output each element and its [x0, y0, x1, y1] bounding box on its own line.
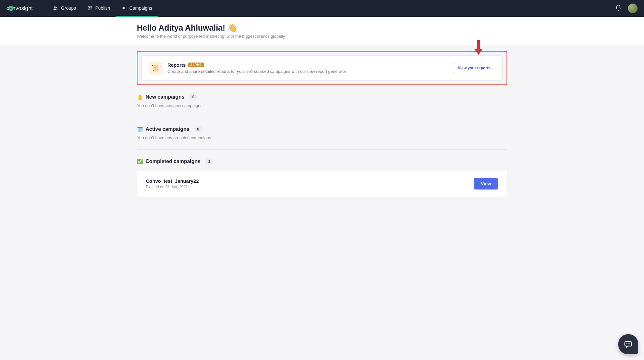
svg-rect-3	[477, 40, 480, 49]
svg-point-1	[56, 7, 57, 8]
reports-description: Create and share detailed reports for yo…	[167, 69, 346, 74]
logo-suffix: nvosight	[13, 5, 33, 12]
greeting-text: Hello Aditya Ahluwalia!	[137, 23, 225, 33]
campaign-info: Convo_test_January22 Expired on 31 Jan, …	[146, 178, 199, 189]
page-greeting: Hello Aditya Ahluwalia! 👋	[137, 23, 507, 33]
campaign-card: Convo_test_January22 Expired on 31 Jan, …	[137, 171, 507, 197]
new-campaigns-empty: You don't have any new campaigns	[137, 103, 507, 108]
nav-campaigns-label: Campaigns	[129, 5, 152, 11]
reports-card: 📜 Reports ALPHA Create and share detaile…	[141, 55, 503, 81]
avatar[interactable]	[628, 4, 638, 13]
active-campaigns-section: 🗓️ Active campaigns 0 You don't have any…	[137, 126, 507, 140]
main-content: 📜 Reports ALPHA Create and share detaile…	[0, 51, 644, 219]
nav-publish[interactable]: Publish	[81, 0, 116, 17]
wave-icon: 👋	[227, 23, 237, 33]
reports-text: Reports ALPHA Create and share detailed …	[167, 62, 346, 74]
nav-links: Groups Publish Campaigns	[47, 0, 158, 17]
page-subtitle: Welcome to the world of purpose led mark…	[137, 34, 507, 39]
new-campaigns-header: 🔔 New campaigns 0	[137, 94, 507, 100]
new-campaigns-title: New campaigns	[146, 94, 185, 100]
nav-publish-label: Publish	[95, 5, 110, 11]
reports-title: Reports	[167, 62, 186, 68]
groups-icon	[53, 5, 59, 11]
svg-point-0	[54, 6, 56, 8]
view-reports-button[interactable]: View your reports	[453, 63, 495, 73]
navbar: c ● nvosight Groups Publish Camp	[0, 0, 644, 17]
divider	[137, 206, 507, 206]
reports-title-row: Reports ALPHA	[167, 62, 346, 68]
active-campaigns-title: Active campaigns	[146, 126, 189, 132]
reports-emoji: 📜	[151, 64, 159, 72]
notifications-icon[interactable]	[615, 5, 621, 12]
view-campaign-button[interactable]: View	[474, 178, 498, 190]
alpha-badge: ALPHA	[188, 63, 204, 67]
active-campaigns-header: 🗓️ Active campaigns 0	[137, 126, 507, 132]
campaign-expiry: Expired on 31 Jan, 2021	[146, 185, 199, 189]
bell-emoji-icon: 🔔	[137, 94, 143, 100]
active-campaigns-count: 0	[194, 126, 203, 132]
new-campaigns-count: 0	[189, 94, 198, 100]
completed-campaigns-title: Completed campaigns	[146, 159, 201, 164]
publish-icon	[87, 5, 93, 11]
reports-left: 📜 Reports ALPHA Create and share detaile…	[149, 62, 346, 74]
logo[interactable]: c ● nvosight	[6, 5, 33, 12]
arrow-callout-icon	[474, 40, 483, 55]
nav-campaigns[interactable]: Campaigns	[116, 0, 158, 17]
campaign-name: Convo_test_January22	[146, 178, 199, 184]
megaphone-icon	[121, 5, 127, 11]
check-emoji-icon: ✅	[137, 159, 143, 164]
nav-groups-label: Groups	[61, 5, 76, 11]
navbar-right	[615, 4, 638, 13]
navbar-left: c ● nvosight Groups Publish Camp	[6, 0, 158, 17]
header-section: Hello Aditya Ahluwalia! 👋 Welcome to the…	[0, 17, 644, 45]
new-campaigns-section: 🔔 New campaigns 0 You don't have any new…	[137, 94, 507, 108]
completed-campaigns-header: ✅ Completed campaigns 1	[137, 159, 507, 164]
nav-groups[interactable]: Groups	[47, 0, 81, 17]
completed-campaigns-count: 1	[205, 159, 214, 164]
active-campaigns-empty: You don't have any on-going campaigns	[137, 135, 507, 140]
reports-scroll-icon: 📜	[149, 62, 162, 74]
completed-campaigns-section: ✅ Completed campaigns 1 Convo_test_Janua…	[137, 159, 507, 197]
reports-highlight-box: 📜 Reports ALPHA Create and share detaile…	[137, 51, 507, 85]
divider	[137, 149, 507, 150]
calendar-emoji-icon: 🗓️	[137, 126, 143, 132]
divider	[137, 117, 507, 117]
